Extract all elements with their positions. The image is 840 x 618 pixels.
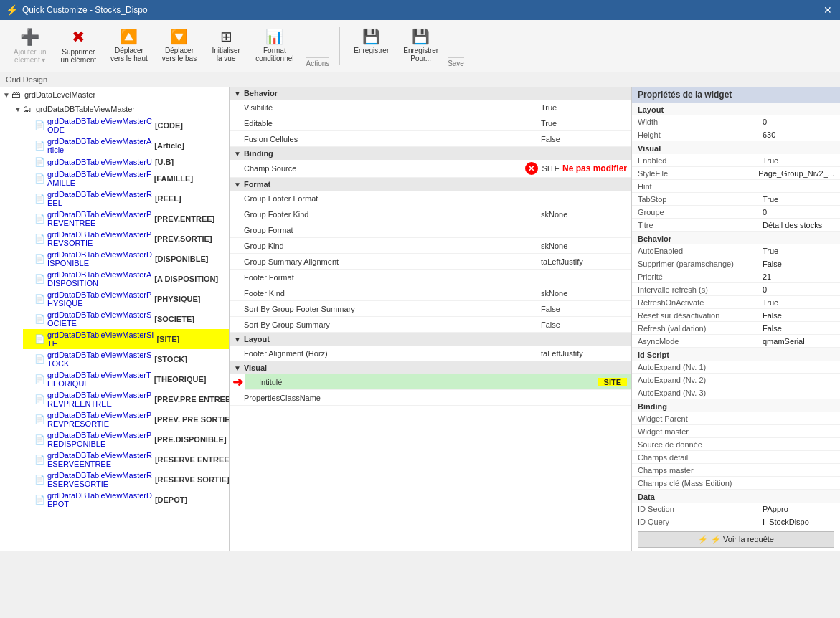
prop-intitule-row[interactable]: Intitulé SITE — [245, 374, 631, 390]
tree-item-SITE[interactable]: 📄 grdDataDBTableViewMasterSITE [SITE] — [23, 329, 229, 349]
move-down-button[interactable]: 🔽 Déplacer vers le bas — [156, 24, 203, 66]
tree-item-CODE[interactable]: 📄 grdDataDBTableViewMasterCODE [CODE] — [23, 115, 229, 136]
prop-footer-alignment-value: taLeftJustify — [541, 349, 627, 358]
tree-item-STOCK[interactable]: 📄 grdDataDBTableViewMasterSTOCK [STOCK] — [23, 349, 229, 369]
prop-footer-kind-name: Footer Kind — [244, 289, 541, 298]
tree-item-PREV_ENTREE[interactable]: 📄 grdDataDBTableViewMasterPREVENTREE [PR… — [23, 209, 229, 229]
tree-item-PREV_PRE_ENTREE[interactable]: 📄 grdDataDBTableViewMasterPREVPREENTREE … — [23, 389, 229, 409]
format-arrow: ▼ — [234, 181, 241, 189]
right-priorite-value: 21 — [763, 272, 834, 281]
tree-item-RESERVE_SORTIE-tag: [RESERVE SORTIE] — [155, 475, 230, 484]
layout-arrow: ▼ — [234, 336, 241, 343]
tree-item-DISPONIBLE[interactable]: 📄 grdDataDBTableViewMasterDISPONIBLE [DI… — [23, 249, 229, 269]
tree-item-UB[interactable]: 📄 grdDataDBTableViewMasterU [U.B] — [23, 156, 229, 168]
format-cond-button[interactable]: 📊 Format conditionnel — [249, 24, 300, 66]
tree-item-SOCIETE[interactable]: 📄 grdDataDBTableViewMasterSOCIETE [SOCIE… — [23, 309, 229, 329]
prop-properties-class-name-name: PropertiesClassName — [244, 394, 541, 402]
tree-item-RESERVE_ENTREE[interactable]: 📄 grdDataDBTableViewMasterRESERVEENTREE … — [23, 450, 229, 470]
close-button[interactable]: ✕ — [821, 4, 834, 16]
right-champs-master-label: Champs master — [638, 466, 763, 475]
binding-section-header[interactable]: ▼ Binding — [230, 147, 631, 160]
move-up-button[interactable]: 🔼 Déplacer vers le haut — [104, 24, 154, 66]
tree-item-THEORIQUE[interactable]: 📄 grdDataDBTableViewMasterTHEORIQUE [THE… — [23, 369, 229, 389]
red-arrow-indicator: ➜ — [232, 374, 243, 390]
tree-item-PREV_PRE_ENTREE-icon: 📄 — [34, 394, 46, 404]
left-tree-panel: ▼ 🗃 grdDataLevelMaster ▼ 🗂 grdDataDBTabl… — [0, 87, 230, 551]
toolbar-sep-1 — [339, 27, 340, 65]
tree-item-CODE-name: grdDataDBTableViewMasterCODE — [47, 117, 152, 134]
right-intervalle: Intervalle refresh (s) 0 — [632, 283, 840, 296]
save-button[interactable]: 💾 Enregistrer — [347, 24, 395, 58]
right-refresh-validation: Refresh (validation) False — [632, 322, 840, 335]
right-refreshonactivate-value: True — [763, 298, 834, 307]
prop-editable-name: Editable — [244, 119, 541, 128]
visual-section-header[interactable]: ▼ Visual — [230, 361, 631, 374]
tree-item-PREV_SORTIE[interactable]: 📄 grdDataDBTableViewMasterPREVSORTIE [PR… — [23, 229, 229, 249]
prop-sort-by-group-footer-summary: Sort By Group Footer Summary False — [230, 301, 631, 317]
right-autoexpand1-label: AutoExpand (Nv. 1) — [638, 363, 763, 371]
tree-item-DEPOT[interactable]: 📄 grdDataDBTableViewMasterDEPOT [DEPOT] — [23, 490, 229, 510]
tree-item-FAMILLE[interactable]: 📄 grdDataDBTableViewMasterFAMILLE [FAMIL… — [23, 168, 229, 189]
tree-item-FAMILLE-tag: [FAMILLE] — [154, 174, 193, 183]
tree-master-text: grdDataDBTableViewMaster — [36, 105, 135, 113]
prop-group-summary-alignment-name: Group Summary Alignment — [244, 257, 541, 266]
tree-root-node: ▼ 🗃 grdDataLevelMaster ▼ 🗂 grdDataDBTabl… — [0, 87, 229, 513]
tree-item-CODE-tag: [CODE] — [155, 121, 183, 130]
prop-champ-source: Champ Source ✕ SITE Ne pas modifier — [230, 160, 631, 178]
tree-item-REEL[interactable]: 📄 grdDataDBTableViewMasterREEL [REEL] — [23, 189, 229, 209]
save-as-button[interactable]: 💾 Enregistrer Pour... — [397, 24, 445, 66]
add-icon: ➕ — [20, 28, 39, 47]
tree-item-RESERVE_ENTREE-tag: [RESERVE ENTREE] — [155, 455, 230, 464]
tree-item-PREV_ENTREE-tag: [PREV.ENTREE] — [154, 214, 214, 223]
tree-root-label[interactable]: ▼ 🗃 grdDataLevelMaster — [0, 88, 229, 101]
right-reset-value: False — [763, 311, 834, 320]
tree-item-PHYSIQUE-name: grdDataDBTableViewMasterPHYSIQUE — [47, 290, 151, 308]
right-hint-label: Hint — [638, 182, 763, 191]
tree-item-A_DISPOSITION[interactable]: 📄 grdDataDBTableViewMasterADISPOSITION [… — [23, 269, 229, 289]
prop-footer-alignment: Footer Alignment (Horz) taLeftJustify — [230, 346, 631, 361]
right-groupe-label: Groupe — [638, 208, 763, 217]
format-section-header[interactable]: ▼ Format — [230, 178, 631, 191]
prop-intitule-name: Intitulé — [259, 378, 598, 386]
tree-item-Article[interactable]: 📄 grdDataDBTableViewMasterArticle [Artic… — [23, 136, 229, 156]
title-bar: ⚡ Quick Customize - Stocks_Dispo ✕ — [0, 0, 840, 20]
right-titre: Titre Détail des stocks — [632, 219, 840, 232]
add-button[interactable]: ➕ Ajouter un élément ▾ — [7, 24, 53, 67]
prop-group-footer-kind: Group Footer Kind skNone — [230, 206, 631, 222]
right-panel-title: Propriétés de la widget — [632, 87, 840, 103]
init-view-icon: ⊞ — [220, 28, 232, 45]
remove-button[interactable]: ✖ Supprimer un élément — [55, 24, 103, 67]
tree-item-PREV_PRE_SORTIE[interactable]: 📄 grdDataDBTableViewMasterPREVPRESORTIE … — [23, 409, 229, 429]
actions-label: Actions — [306, 57, 330, 67]
tree-master-label[interactable]: ▼ 🗂 grdDataDBTableViewMaster — [11, 103, 229, 115]
prop-group-kind-value: skNone — [541, 242, 627, 250]
right-asyncmode-value: qmamSerial — [763, 337, 834, 346]
tree-item-REEL-icon: 📄 — [34, 194, 46, 204]
prop-group-footer-format-name: Group Footer Format — [244, 194, 541, 203]
behavior-section-header[interactable]: ▼ Behavior — [230, 87, 631, 100]
visual-label: Visual — [244, 363, 267, 372]
init-view-button[interactable]: ⊞ Initialiser la vue — [204, 24, 247, 66]
content-area: ▼ 🗃 grdDataLevelMaster ▼ 🗂 grdDataDBTabl… — [0, 87, 840, 551]
tree-item-PREV_PRE_SORTIE-tag: [PREV. PRE SORTIE] — [154, 415, 230, 424]
tree-item-PRE_DISPONIBLE[interactable]: 📄 grdDataDBTableViewMasterPREDISPONIBLE … — [23, 429, 229, 450]
layout-section-header[interactable]: ▼ Layout — [230, 333, 631, 346]
right-binding-header: Binding — [632, 399, 840, 412]
init-view-label: Initialiser la vue — [212, 47, 240, 62]
right-priorite-label: Priorité — [638, 272, 763, 281]
prop-group-footer-format: Group Footer Format — [230, 191, 631, 206]
prop-editable: Editable True — [230, 115, 631, 131]
tree-item-PHYSIQUE[interactable]: 📄 grdDataDBTableViewMasterPHYSIQUE [PHYS… — [23, 289, 229, 309]
right-supprimer: Supprimer (paramschange) False — [632, 257, 840, 270]
tree-item-PREV_ENTREE-name: grdDataDBTableViewMasterPREVENTREE — [47, 210, 151, 227]
tree-items: 📄 grdDataDBTableViewMasterCODE [CODE] 📄 … — [11, 115, 229, 510]
tree-item-RESERVE_SORTIE[interactable]: 📄 grdDataDBTableViewMasterRESERVESORTIE … — [23, 470, 229, 490]
tree-item-SOCIETE-icon: 📄 — [34, 314, 46, 324]
voir-requete-button[interactable]: ⚡ ⚡ Voir la requête — [638, 531, 834, 548]
champ-source-clear-btn[interactable]: ✕ — [525, 162, 538, 175]
right-autoexpand1: AutoExpand (Nv. 1) — [632, 361, 840, 374]
remove-icon: ✖ — [72, 28, 85, 47]
tree-item-Article-name: grdDataDBTableViewMasterArticle — [47, 137, 151, 154]
right-intervalle-value: 0 — [763, 285, 834, 294]
format-label: Format — [244, 180, 270, 189]
